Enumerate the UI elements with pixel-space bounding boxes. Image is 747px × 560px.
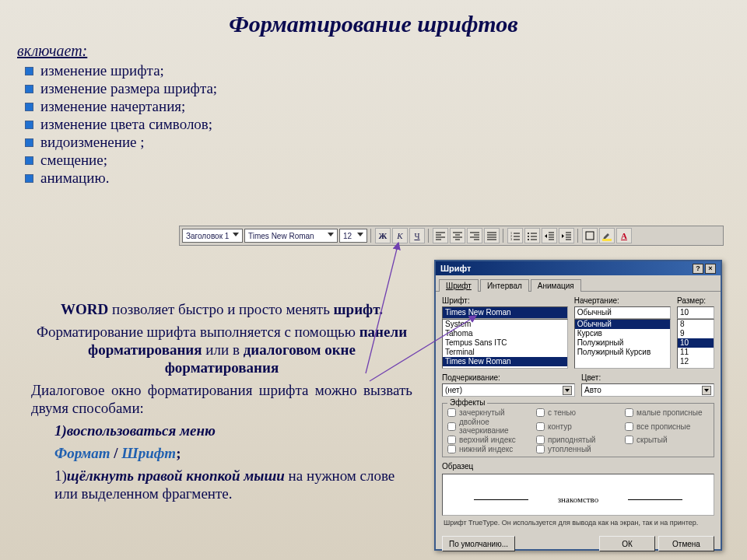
tab-animation[interactable]: Анимация [531,279,581,292]
close-button[interactable]: × [705,264,716,274]
increase-indent-button[interactable] [559,228,574,243]
effect-checkbox[interactable]: нижний индекс [447,445,531,453]
list-item: анимацию. [25,169,730,187]
list-item: изменение размера шрифта; [25,79,730,97]
underline-combo[interactable]: (нет) [442,383,575,397]
effect-checkbox[interactable]: приподнятый [536,436,620,444]
style-label: Начертание: [574,296,671,305]
dialog-tabs: Шрифт Интервал Анимация [436,275,721,292]
svg-point-4 [528,236,529,237]
list-item[interactable]: 10 [678,338,714,348]
list-item: смещение; [25,151,730,169]
chevron-down-icon [233,233,239,239]
effect-checkbox[interactable]: с тенью [536,408,620,417]
font-dialog: Шрифт ? × Шрифт Интервал Анимация Шрифт:… [434,260,722,551]
style-listbox[interactable]: Обычный Курсив Полужирный Полужирный Кур… [574,319,671,369]
svg-point-3 [528,233,529,234]
list-item[interactable]: 11 [678,348,714,357]
numbered-list-button[interactable]: 123 [507,228,523,243]
svg-rect-6 [586,232,594,240]
menu-path: Формат / Шрифт; [31,444,412,462]
size-listbox[interactable]: 8 9 10 11 12 [677,319,714,369]
list-item[interactable]: 12 [678,357,714,366]
body-text: WORD позволяет быстро и просто менять шр… [31,296,412,507]
list-item: изменение начертания; [25,97,730,115]
effects-legend: Эффекты [447,398,487,407]
list-item[interactable]: 8 [678,320,714,329]
dialog-titlebar: Шрифт ? × [436,261,721,275]
includes-label: включает: [17,42,730,60]
formatting-toolbar: Заголовок 1 Times New Roman 12 Ж К Ч 123… [179,226,724,246]
cancel-button[interactable]: Отмена [658,536,714,551]
list-item: изменение цвета символов; [25,115,730,133]
list-item[interactable]: Курсив [575,329,670,338]
separator [370,229,372,243]
bold-button[interactable]: Ж [375,228,391,243]
sample-label: Образец [442,462,714,471]
svg-text:3: 3 [510,237,512,241]
list-item[interactable]: System [443,320,567,329]
font-label: Шрифт: [442,296,568,305]
effect-checkbox[interactable]: малые прописные [625,408,709,417]
effect-checkbox[interactable]: верхний индекс [447,436,531,444]
bullet-list: изменение шрифта; изменение размера шриф… [25,61,730,187]
chevron-down-icon [702,386,711,395]
dialog-hint: Шрифт TrueType. Он используется для выво… [442,519,714,527]
effect-checkbox[interactable]: двойное зачеркивание [447,418,531,435]
list-item[interactable]: Tempus Sans ITC [443,338,567,348]
align-right-button[interactable] [467,228,482,243]
list-item[interactable]: Tahoma [443,329,567,338]
word-label: WORD [61,301,108,317]
effect-checkbox[interactable]: зачеркнутый [447,408,531,417]
decrease-indent-button[interactable] [542,228,557,243]
body-step-1: 1)воспользоваться меню [31,422,412,439]
chevron-down-icon [328,233,334,239]
style-selector[interactable]: Заголовок 1 [182,229,243,243]
borders-button[interactable] [582,228,598,243]
sample-preview: знакомство [442,474,714,516]
font-color-button[interactable]: А [616,228,632,243]
tab-font[interactable]: Шрифт [439,279,479,292]
effect-checkbox[interactable]: утопленный [536,445,620,453]
body-step-2: 1)щёлкнуть правой кнопкой мыши на нужном… [31,467,412,502]
highlight-button[interactable] [599,228,615,243]
page-title: Форматирование шрифтов [0,0,747,37]
list-item[interactable]: Terminal [443,348,567,357]
tab-interval[interactable]: Интервал [480,279,529,292]
ok-button[interactable]: ОК [599,536,655,551]
effect-checkbox[interactable]: скрытый [625,436,709,444]
separator [428,229,430,243]
list-item[interactable]: 9 [678,329,714,338]
underline-button[interactable]: Ч [409,228,425,243]
dialog-title: Шрифт [440,264,471,273]
default-button[interactable]: По умолчанию... [442,536,515,551]
size-input[interactable]: 10 [677,306,714,319]
bulleted-list-button[interactable] [524,228,540,243]
size-selector[interactable]: 12 [339,229,367,243]
effects-group: Эффекты зачеркнутый с тенью малые пропис… [442,403,714,457]
help-button[interactable]: ? [693,264,703,274]
list-item: видоизменение ; [25,133,730,151]
font-selector[interactable]: Times New Roman [244,229,338,243]
effect-checkbox[interactable]: контур [536,418,620,435]
style-input[interactable]: Обычный [574,306,671,319]
list-item[interactable]: Полужирный [575,338,670,348]
color-combo[interactable]: Авто [581,383,714,397]
list-item[interactable]: Обычный [575,320,670,329]
effect-checkbox[interactable]: все прописные [625,418,709,435]
chevron-down-icon [563,386,572,395]
font-listbox[interactable]: System Tahoma Tempus Sans ITC Terminal T… [442,319,568,369]
align-center-button[interactable] [450,228,465,243]
font-input[interactable]: Times New Roman [442,306,568,319]
align-left-button[interactable] [433,228,448,243]
separator [503,229,504,243]
content: включает: изменение шрифта; изменение ра… [0,37,747,187]
list-item[interactable]: Полужирный Курсив [575,348,670,357]
chevron-down-icon [357,233,363,239]
underline-label: Подчеркивание: [442,373,575,382]
italic-button[interactable]: К [392,228,408,243]
list-item: изменение шрифта; [25,61,730,79]
size-label: Размер: [677,296,714,305]
list-item[interactable]: Times New Roman [443,357,567,366]
justify-button[interactable] [484,228,500,243]
